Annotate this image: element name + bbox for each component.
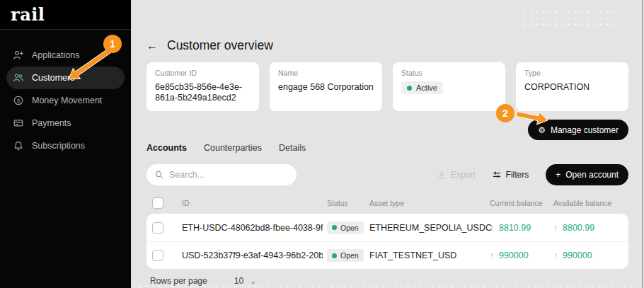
status-dot-icon bbox=[407, 86, 412, 91]
status-dot-icon bbox=[332, 225, 337, 230]
toolbar-actions: Export Filters + Open account bbox=[437, 164, 628, 185]
customer-id-value: 6e85cb35-856e-4e3e-861a-5b249a18ecd2 bbox=[155, 82, 251, 103]
export-button[interactable]: Export bbox=[437, 170, 476, 180]
arrow-up-icon: ↑ bbox=[553, 250, 558, 260]
tab-details[interactable]: Details bbox=[279, 143, 306, 153]
page-header: ← Customer overview bbox=[146, 38, 628, 53]
sidebar-item-label: Subscriptions bbox=[32, 141, 85, 151]
status-badge-label: Active bbox=[416, 83, 437, 92]
download-icon bbox=[437, 171, 446, 179]
card-label: Name bbox=[278, 69, 374, 77]
annotation-arrow-2 bbox=[513, 106, 556, 131]
search-icon bbox=[155, 171, 163, 179]
card-name: Name engage 568 Corporation bbox=[270, 62, 382, 111]
available-balance-value: 8800.99 bbox=[563, 223, 594, 233]
chevron-down-icon: ⌄ bbox=[250, 277, 256, 286]
main-content: ← Customer overview Customer ID 6e85cb35… bbox=[131, 0, 644, 288]
rows-per-page-label: Rows per page bbox=[150, 276, 207, 286]
open-status-badge: Open bbox=[327, 221, 364, 234]
card-label: Status bbox=[401, 69, 497, 77]
card-icon bbox=[13, 117, 24, 129]
available-balance: ↑ 990000 bbox=[553, 250, 621, 260]
tab-counterparties[interactable]: Counterparties bbox=[204, 143, 262, 153]
column-header-id: ID bbox=[182, 199, 323, 207]
card-status: Status Active bbox=[393, 62, 505, 111]
open-account-label: Open account bbox=[565, 170, 619, 180]
current-balance-value: 990000 bbox=[499, 250, 529, 260]
customer-name-value: engage 568 Corporation bbox=[278, 82, 374, 93]
sidebar-item-subscriptions[interactable]: Subscriptions bbox=[6, 134, 125, 157]
annotation-step-1: 1 bbox=[103, 35, 122, 53]
account-id: ETH-USDC-48062bd8-fbee-4038-9f34-66a57f8… bbox=[182, 223, 323, 233]
open-status-badge: Open bbox=[327, 249, 364, 262]
annotation-step-2: 2 bbox=[496, 104, 514, 122]
sidebar-item-label: Money Movement bbox=[32, 96, 102, 105]
open-status-label: Open bbox=[340, 251, 359, 260]
export-label: Export bbox=[451, 170, 476, 180]
sidebar-item-money-movement[interactable]: $ Money Movement bbox=[6, 89, 125, 112]
page-size-select[interactable]: 10 ⌄ bbox=[234, 276, 257, 286]
accounts-table: ETH-USDC-48062bd8-fbee-4038-9f34-66a57f8… bbox=[146, 214, 628, 269]
status-badge: Active bbox=[401, 81, 443, 94]
asset-type: FIAT_TESTNET_USD bbox=[369, 250, 485, 260]
logo-area: rail bbox=[0, 0, 131, 30]
person-plus-icon bbox=[13, 50, 24, 61]
column-header-asset-type: Asset type bbox=[369, 199, 485, 207]
bell-icon bbox=[13, 140, 24, 151]
available-balance-value: 990000 bbox=[563, 250, 592, 260]
accounts-toolbar: Export Filters + Open account bbox=[146, 164, 628, 185]
pagination: Rows per page 10 ⌄ bbox=[146, 276, 628, 286]
search-box[interactable] bbox=[146, 164, 297, 185]
card-type: Type CORPORATION bbox=[516, 62, 628, 111]
status-dot-icon bbox=[332, 253, 337, 258]
filter-sliders-icon bbox=[493, 171, 501, 179]
row-checkbox[interactable] bbox=[152, 222, 163, 234]
open-status-label: Open bbox=[340, 224, 359, 232]
filters-label: Filters bbox=[506, 170, 529, 180]
back-arrow-icon[interactable]: ← bbox=[146, 40, 158, 52]
manage-customer-label: Manage customer bbox=[551, 125, 619, 135]
column-header-status: Status bbox=[327, 199, 365, 207]
app-window: rail Applications Customers bbox=[0, 0, 644, 288]
card-label: Customer ID bbox=[155, 69, 251, 77]
current-balance: ↑ 8810.99 bbox=[490, 223, 549, 233]
page-title: Customer overview bbox=[167, 38, 273, 53]
card-label: Type bbox=[524, 69, 620, 77]
card-customer-id: Customer ID 6e85cb35-856e-4e3e-861a-5b24… bbox=[146, 62, 259, 111]
rail-logo: rail bbox=[11, 4, 45, 25]
users-icon bbox=[13, 72, 24, 83]
tab-bar: Accounts Counterparties Details bbox=[146, 143, 628, 153]
select-all-checkbox[interactable] bbox=[152, 197, 163, 209]
row-checkbox[interactable] bbox=[152, 250, 163, 261]
table-header: ID Status Asset type Current balance Ava… bbox=[146, 192, 628, 214]
arrow-up-icon: ↑ bbox=[490, 250, 494, 260]
customer-type-value: CORPORATION bbox=[524, 82, 620, 93]
svg-text:$: $ bbox=[17, 98, 21, 104]
table-row[interactable]: ETH-USDC-48062bd8-fbee-4038-9f34-66a57f8… bbox=[146, 214, 628, 241]
current-balance-value: 8810.99 bbox=[499, 223, 531, 233]
available-balance: ↑ 8800.99 bbox=[553, 223, 621, 233]
column-header-current-balance: Current balance bbox=[490, 199, 549, 207]
search-input[interactable] bbox=[169, 170, 288, 180]
account-id: USD-523b37f9-e3af-4943-96b2-20b107530b9b bbox=[182, 250, 323, 260]
asset-type: ETHEREUM_SEPOLIA_USDC bbox=[369, 223, 485, 233]
summary-cards: Customer ID 6e85cb35-856e-4e3e-861a-5b24… bbox=[146, 62, 628, 111]
arrow-up-icon: ↑ bbox=[553, 223, 558, 233]
plus-icon: + bbox=[556, 171, 560, 179]
arrow-up-icon: ↑ bbox=[490, 223, 494, 233]
tab-accounts[interactable]: Accounts bbox=[146, 143, 187, 153]
sidebar-item-payments[interactable]: Payments bbox=[6, 112, 125, 134]
filters-button[interactable]: Filters bbox=[493, 170, 529, 180]
page-size-value: 10 bbox=[234, 276, 243, 286]
current-balance: ↑ 990000 bbox=[490, 250, 549, 260]
open-account-button[interactable]: + Open account bbox=[546, 164, 628, 185]
column-header-available-balance: Available balance bbox=[553, 199, 621, 207]
manage-row: ⚙ Manage customer bbox=[146, 120, 628, 140]
sidebar-item-label: Payments bbox=[32, 118, 71, 128]
table-row[interactable]: USD-523b37f9-e3af-4943-96b2-20b107530b9b… bbox=[146, 241, 628, 269]
dollar-circle-icon: $ bbox=[13, 95, 24, 106]
